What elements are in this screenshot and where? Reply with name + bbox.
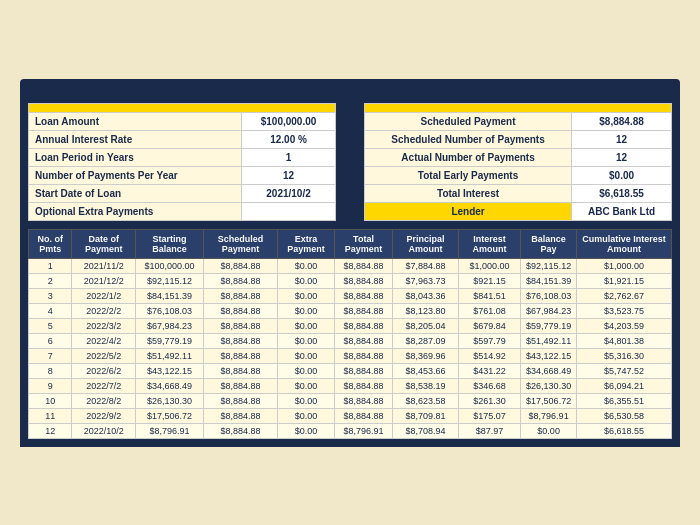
summary-table: Scheduled Payment$8,884.88Scheduled Numb… (364, 103, 672, 221)
table-cell: $1,000.00 (458, 258, 521, 273)
input-value[interactable]: 12.00 % (242, 130, 336, 148)
table-cell: $67,984.23 (135, 318, 203, 333)
table-cell: $59,779.19 (521, 318, 577, 333)
table-cell: $67,984.23 (521, 303, 577, 318)
summary-label: Scheduled Payment (365, 112, 572, 130)
page-title (20, 79, 680, 95)
table-cell: $8,884.88 (204, 348, 278, 363)
input-row: Loan Period in Years1 (29, 148, 336, 166)
table-cell: 2 (29, 273, 72, 288)
table-row: 122022/10/2$8,796.91$8,884.88$0.00$8,796… (29, 423, 672, 438)
table-cell: 2022/3/2 (72, 318, 136, 333)
table-row: 52022/3/2$67,984.23$8,884.88$0.00$8,884.… (29, 318, 672, 333)
table-cell: $8,043.36 (393, 288, 459, 303)
table-cell: 7 (29, 348, 72, 363)
table-row: 62022/4/2$59,779.19$8,884.88$0.00$8,884.… (29, 333, 672, 348)
table-cell: 4 (29, 303, 72, 318)
table-cell: $1,921.15 (576, 273, 671, 288)
table-row: 92022/7/2$34,668.49$8,884.88$0.00$8,884.… (29, 378, 672, 393)
input-value[interactable]: $100,000.00 (242, 112, 336, 130)
table-cell: $8,884.88 (204, 393, 278, 408)
amort-col-header: Total Payment (335, 229, 393, 258)
table-cell: $8,709.81 (393, 408, 459, 423)
table-cell: $8,884.88 (204, 303, 278, 318)
table-row: 112022/9/2$17,506.72$8,884.88$0.00$8,884… (29, 408, 672, 423)
table-cell: 2022/10/2 (72, 423, 136, 438)
table-cell: 6 (29, 333, 72, 348)
summary-row: Scheduled Payment$8,884.88 (365, 112, 672, 130)
table-cell: $761.08 (458, 303, 521, 318)
amort-col-header: Balance Pay (521, 229, 577, 258)
table-cell: $8,884.88 (204, 273, 278, 288)
table-cell: 2022/1/2 (72, 288, 136, 303)
table-cell: $7,884.88 (393, 258, 459, 273)
summary-value: 12 (572, 130, 672, 148)
summary-header (365, 103, 672, 112)
table-cell: $76,108.03 (521, 288, 577, 303)
table-cell: $8,287.09 (393, 333, 459, 348)
table-cell: $8,884.88 (204, 363, 278, 378)
table-cell: $6,530.58 (576, 408, 671, 423)
input-label: Optional Extra Payments (29, 202, 242, 220)
input-label: Loan Amount (29, 112, 242, 130)
table-row: 72022/5/2$51,492.11$8,884.88$0.00$8,884.… (29, 348, 672, 363)
table-cell: $8,453.66 (393, 363, 459, 378)
table-cell: $17,506.72 (521, 393, 577, 408)
input-label: Loan Period in Years (29, 148, 242, 166)
table-row: 82022/6/2$43,122.15$8,884.88$0.00$8,884.… (29, 363, 672, 378)
table-cell: $175.07 (458, 408, 521, 423)
amort-col-header: Starting Balance (135, 229, 203, 258)
table-cell: $0.00 (277, 273, 334, 288)
table-cell: $8,884.88 (335, 258, 393, 273)
table-cell: $7,963.73 (393, 273, 459, 288)
summary-label: Scheduled Number of Payments (365, 130, 572, 148)
table-cell: $3,523.75 (576, 303, 671, 318)
table-cell: $5,316.30 (576, 348, 671, 363)
top-section: Loan Amount$100,000.00Annual Interest Ra… (20, 95, 680, 229)
table-cell: $8,796.91 (335, 423, 393, 438)
table-cell: $8,884.88 (204, 378, 278, 393)
table-cell: $26,130.30 (135, 393, 203, 408)
amort-col-header: Interest Amount (458, 229, 521, 258)
table-cell: 11 (29, 408, 72, 423)
table-cell: $8,623.58 (393, 393, 459, 408)
summary-label: Actual Number of Payments (365, 148, 572, 166)
input-table: Loan Amount$100,000.00Annual Interest Ra… (28, 103, 336, 221)
table-cell: $8,884.88 (335, 348, 393, 363)
table-cell: 2022/7/2 (72, 378, 136, 393)
amort-col-header: Principal Amount (393, 229, 459, 258)
table-cell: $0.00 (277, 378, 334, 393)
table-cell: $8,884.88 (335, 393, 393, 408)
input-row: Optional Extra Payments (29, 202, 336, 220)
input-value[interactable]: 1 (242, 148, 336, 166)
table-cell: $51,492.11 (135, 348, 203, 363)
input-value[interactable]: 2021/10/2 (242, 184, 336, 202)
amort-table: No. of PmtsDate of PaymentStarting Balan… (28, 229, 672, 439)
table-cell: $841.51 (458, 288, 521, 303)
table-cell: $1,000.00 (576, 258, 671, 273)
input-value[interactable]: 12 (242, 166, 336, 184)
table-cell: $0.00 (277, 288, 334, 303)
summary-row: Total Early Payments$0.00 (365, 166, 672, 184)
summary-label: Total Early Payments (365, 166, 572, 184)
table-cell: $43,122.15 (135, 363, 203, 378)
table-cell: 9 (29, 378, 72, 393)
summary-value: $6,618.55 (572, 184, 672, 202)
table-cell: $100,000.00 (135, 258, 203, 273)
table-cell: $0.00 (277, 303, 334, 318)
input-label: Start Date of Loan (29, 184, 242, 202)
table-cell: $346.68 (458, 378, 521, 393)
input-label: Number of Payments Per Year (29, 166, 242, 184)
table-cell: 2022/4/2 (72, 333, 136, 348)
amort-col-header: Extra Payment (277, 229, 334, 258)
table-cell: $8,884.88 (335, 288, 393, 303)
table-cell: $92,115.12 (135, 273, 203, 288)
input-value[interactable] (242, 202, 336, 220)
table-cell: $84,151.39 (521, 273, 577, 288)
table-cell: $0.00 (277, 363, 334, 378)
table-cell: $8,884.88 (335, 378, 393, 393)
table-cell: 1 (29, 258, 72, 273)
table-cell: $8,123.80 (393, 303, 459, 318)
table-cell: 10 (29, 393, 72, 408)
input-header (29, 103, 336, 112)
